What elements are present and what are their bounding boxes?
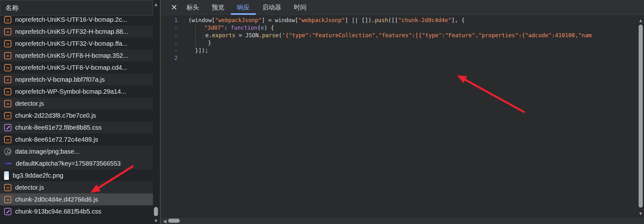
code-row: -}]); bbox=[161, 47, 638, 54]
code-horizontal-scrollbar-thumb[interactable] bbox=[168, 219, 180, 223]
request-name: noprefetch-UniKS-UTF8-V-bcmap.cd4... bbox=[15, 64, 127, 71]
code-scroll-up-icon[interactable]: ▲ bbox=[638, 18, 643, 23]
wrap-marker: - bbox=[161, 47, 180, 54]
code-token-s: "webpackJsonp" bbox=[298, 17, 345, 23]
code-row: -"3d07": function(e) { bbox=[161, 24, 638, 32]
code-line: "3d07": function(e) { bbox=[188, 24, 638, 32]
code-token-p: (' bbox=[279, 32, 285, 38]
tab-preview[interactable]: 预览 bbox=[212, 0, 224, 15]
request-row[interactable]: 7u4mdefaultKaptcha?key=1758973566553 bbox=[0, 157, 153, 169]
avatar-image-icon bbox=[4, 148, 11, 155]
devtools-network-panel: 名称 noprefetch-UniKS-UTF16-V-bcmap.2c...n… bbox=[0, 0, 644, 224]
stylesheet-file-icon bbox=[4, 124, 11, 131]
wrap-marker: - bbox=[161, 39, 180, 47]
script-file-icon bbox=[4, 76, 11, 83]
script-file-icon bbox=[4, 88, 11, 95]
request-name: noprefetch-UniKS-UTF32-V-bcmap.ffa... bbox=[15, 40, 127, 47]
response-code-viewer: 1(window["webpackJsonp"] = window["webpa… bbox=[161, 15, 638, 218]
line-number: 2 bbox=[161, 54, 180, 62]
code-row: -} bbox=[161, 39, 638, 47]
code-horizontal-scrollbar[interactable]: ◀ bbox=[161, 218, 644, 224]
request-name: chunk-8ee61e72.72c4e489.js bbox=[15, 136, 98, 143]
request-name: chunk-8ee61e72.f8be8b85.css bbox=[15, 124, 102, 131]
code-token-p: ] = window[ bbox=[262, 17, 298, 23]
code-scroll-down-icon[interactable]: ▼ bbox=[638, 211, 643, 216]
code-text: "3d07": function(e) { bbox=[204, 24, 274, 32]
request-name: chunk-2d0c4d4e.d42766d6.js bbox=[15, 196, 98, 203]
request-name: defaultKaptcha?key=1758973566553 bbox=[16, 160, 121, 167]
request-name: noprefetch-UniKS-UTF8-H-bcmap.352... bbox=[15, 52, 128, 59]
captcha-thumbnail-icon: 7u4m bbox=[4, 162, 12, 166]
scrollbar-corner bbox=[638, 218, 644, 224]
request-name: chunk-2d22d3f8.c7be7ce0.js bbox=[15, 112, 96, 119]
request-row[interactable]: chunk-8ee61e72.f8be8b85.css bbox=[0, 121, 153, 133]
code-token-p: ] || []). bbox=[345, 17, 375, 23]
script-file-icon bbox=[4, 136, 11, 143]
sidebar-scroll-down-icon[interactable]: ▼ bbox=[154, 218, 158, 223]
panel-resize-divider[interactable] bbox=[160, 0, 161, 224]
detail-tabbar: ✕ 标头 预览 响应 启动器 时间 bbox=[161, 0, 644, 15]
request-row[interactable]: noprefetch-UniKS-UTF32-H-bcmap.88... bbox=[0, 26, 153, 38]
code-token-f: parse bbox=[262, 32, 279, 38]
code-line: (window["webpackJsonp"] = window["webpac… bbox=[188, 16, 638, 24]
request-list: noprefetch-UniKS-UTF16-V-bcmap.2c...nopr… bbox=[0, 16, 153, 217]
script-file-icon bbox=[4, 40, 11, 47]
code-row: 2 bbox=[161, 54, 638, 62]
code-token-v: e bbox=[261, 25, 264, 31]
request-row-selected[interactable]: chunk-2d0c4d4e.d42766d6.js bbox=[0, 193, 153, 205]
tab-response[interactable]: 响应 bbox=[237, 0, 250, 15]
request-name: data:image/png;base... bbox=[15, 148, 79, 155]
request-name: detector.js bbox=[15, 184, 44, 191]
request-row[interactable]: noprefetch-WP-Symbol-bcmap.29a14... bbox=[0, 85, 153, 97]
request-row[interactable]: noprefetch-UniKS-UTF8-H-bcmap.352... bbox=[0, 50, 153, 62]
request-name: bg3.9ddae2fc.png bbox=[13, 172, 63, 179]
indent-guide bbox=[203, 32, 203, 39]
request-name: detector.js bbox=[15, 100, 44, 107]
stylesheet-file-icon bbox=[4, 208, 11, 215]
code-scroll-left-icon[interactable]: ◀ bbox=[163, 219, 167, 224]
code-token-f: push bbox=[375, 17, 388, 23]
request-row[interactable]: chunk-913bc94e.681f54b5.css bbox=[0, 205, 153, 217]
image-thumbnail-icon bbox=[4, 171, 9, 180]
script-file-icon bbox=[4, 112, 11, 119]
indent-guide bbox=[195, 39, 196, 47]
tab-initiator[interactable]: 启动器 bbox=[262, 0, 281, 15]
indent-guide bbox=[195, 24, 196, 32]
script-file-icon bbox=[4, 64, 11, 71]
code-row: -e.exports = JSON.parse('{"type":"Featur… bbox=[161, 32, 638, 39]
code-token-p: (window[ bbox=[188, 17, 215, 23]
code-token-p: } bbox=[208, 40, 211, 46]
script-file-icon bbox=[4, 100, 11, 107]
network-request-list-pane: 名称 noprefetch-UniKS-UTF16-V-bcmap.2c...n… bbox=[0, 0, 160, 224]
code-token-f: exports bbox=[212, 32, 235, 38]
request-row[interactable]: bg3.9ddae2fc.png bbox=[0, 169, 153, 181]
code-line: }]); bbox=[188, 47, 638, 54]
request-row[interactable]: data:image/png;base... bbox=[0, 145, 153, 157]
request-row[interactable]: noprefetch-UniKS-UTF8-V-bcmap.cd4... bbox=[0, 62, 153, 74]
code-vertical-scrollbar-thumb[interactable] bbox=[639, 25, 643, 208]
tab-timing[interactable]: 时间 bbox=[294, 0, 307, 15]
request-row[interactable]: detector.js bbox=[0, 181, 153, 193]
sidebar-scroll-up-icon[interactable]: ▲ bbox=[154, 2, 158, 7]
request-row[interactable]: noprefetch-UniKS-UTF32-V-bcmap.ffa... bbox=[0, 38, 153, 50]
code-token-s: "chunk-2d0c4d4e" bbox=[398, 17, 452, 23]
code-token-p: ( bbox=[258, 25, 261, 31]
request-detail-pane: ✕ 标头 预览 响应 启动器 时间 1(window["webpackJsonp… bbox=[161, 0, 644, 224]
tab-headers[interactable]: 标头 bbox=[186, 0, 199, 15]
request-name: noprefetch-UniKS-UTF16-V-bcmap.2c... bbox=[15, 16, 127, 23]
request-row[interactable]: chunk-8ee61e72.72c4e489.js bbox=[0, 133, 153, 145]
request-name: noprefetch-WP-Symbol-bcmap.29a14... bbox=[15, 88, 126, 95]
sidebar-scrollbar-thumb[interactable] bbox=[154, 207, 158, 216]
close-icon[interactable]: ✕ bbox=[169, 3, 179, 11]
request-row[interactable]: chunk-2d22d3f8.c7be7ce0.js bbox=[0, 109, 153, 121]
code-row: 1(window["webpackJsonp"] = window["webpa… bbox=[161, 16, 638, 24]
request-row[interactable]: detector.js bbox=[0, 97, 153, 109]
code-token-p: ) { bbox=[264, 25, 274, 31]
code-line bbox=[188, 54, 638, 62]
request-row[interactable]: noprefetch-V-bcmap.bbf7f07a.js bbox=[0, 74, 153, 85]
wrap-marker: - bbox=[161, 24, 180, 32]
name-column-header[interactable]: 名称 bbox=[0, 0, 153, 15]
script-file-icon bbox=[4, 28, 11, 35]
code-token-s: "webpackJsonp" bbox=[215, 17, 262, 23]
code-text: } bbox=[208, 39, 211, 47]
